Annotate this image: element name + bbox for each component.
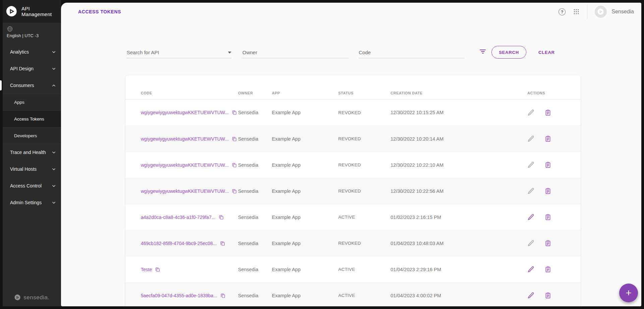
status-cell: REVOKED — [338, 241, 391, 246]
avatar — [595, 6, 607, 18]
window-frame: API Management English | UTC -3 Analytic… — [0, 0, 644, 309]
globe-icon — [7, 26, 13, 32]
token-code-link[interactable]: 5aecfa09-047d-4355-ad0e-1839ba... — [141, 293, 217, 298]
creation-date-cell: 01/04/2023 2:29:16 PM — [391, 267, 527, 272]
app-cell: Example App — [272, 215, 338, 220]
sidebar-item-trace-and-health[interactable]: Trace and Health — [3, 144, 61, 161]
tokens-table-card: CODEOWNERAPPSTATUSCREATION DATEACTIONS w… — [125, 75, 581, 306]
copy-icon[interactable] — [232, 136, 237, 142]
table-body: wgiygewiygyuwektugwKKETUEWVTUW... Sensed… — [125, 99, 581, 306]
chevron-down-icon — [51, 66, 56, 71]
sidebar-item-developers[interactable]: Developers — [3, 127, 61, 144]
creation-date-cell: 12/30/2022 10:22:56 AM — [391, 188, 527, 194]
page-title: ACCESS TOKENS — [78, 9, 121, 14]
clipboard-icon[interactable] — [544, 187, 551, 195]
table-row: wgiygewiygyuwektugwKKETUEWVTUW... Sensed… — [125, 126, 581, 152]
app-cell: Example App — [272, 188, 338, 194]
language-label: English | UTC -3 — [7, 33, 61, 38]
code-placeholder: Code — [359, 50, 371, 55]
help-icon[interactable]: ? — [559, 8, 566, 15]
table-header: CODEOWNERAPPSTATUSCREATION DATEACTIONS — [125, 75, 581, 99]
clipboard-icon[interactable] — [544, 135, 551, 142]
owner-cell: Sensedia — [238, 293, 272, 298]
column-header-status: STATUS — [338, 91, 391, 95]
language-selector[interactable]: English | UTC -3 — [3, 23, 61, 42]
copy-icon[interactable] — [220, 293, 226, 298]
copy-icon[interactable] — [219, 215, 224, 220]
code-input[interactable]: Code — [359, 47, 464, 58]
edit-icon[interactable] — [527, 135, 534, 142]
clipboard-icon[interactable] — [544, 214, 551, 221]
chevron-up-icon — [51, 83, 56, 88]
clipboard-icon[interactable] — [544, 161, 551, 168]
apps-grid-icon[interactable] — [573, 8, 580, 15]
copy-icon[interactable] — [220, 241, 225, 246]
owner-input[interactable]: Owner — [242, 47, 349, 58]
status-cell: REVOKED — [338, 188, 391, 194]
owner-cell: Sensedia — [238, 241, 272, 246]
sensedia-logo-icon — [5, 5, 18, 18]
copy-icon[interactable] — [232, 162, 237, 168]
column-header-creation-date: CREATION DATE — [391, 91, 527, 95]
edit-icon[interactable] — [527, 187, 534, 195]
column-header-actions: ACTIONS — [527, 91, 567, 95]
app-logo[interactable]: API Management — [3, 0, 61, 23]
copy-icon[interactable] — [232, 110, 237, 115]
token-code-link[interactable]: wgiygewiygyuwektugwKKETUEWVTUW... — [141, 188, 229, 194]
sidebar-item-consumers[interactable]: Consumers — [3, 77, 61, 94]
edit-icon[interactable] — [527, 240, 534, 247]
topbar: ACCESS TOKENS ? — [61, 3, 641, 21]
sidebar-item-admin-settings[interactable]: Admin Settings — [3, 194, 61, 211]
chevron-down-icon — [51, 183, 56, 188]
filter-icon[interactable] — [479, 50, 486, 55]
token-code-link[interactable]: wgiygewiygyuwektugwKKETUEWVTUW... — [141, 110, 229, 115]
edit-icon[interactable] — [527, 266, 534, 273]
clipboard-icon[interactable] — [544, 109, 551, 116]
table-row: wgiygewiygyuwektugwKKETUEWVTUW... Sensed… — [125, 99, 581, 126]
owner-placeholder: Owner — [242, 50, 257, 55]
sidebar-item-api-design[interactable]: API Design — [3, 60, 61, 77]
add-token-button[interactable]: + — [619, 284, 638, 302]
token-code-link[interactable]: Teste — [141, 267, 152, 272]
edit-icon[interactable] — [527, 161, 534, 168]
token-code-link[interactable]: wgiygewiygyuwektugwKKETUEWVTUW... — [141, 162, 229, 168]
clipboard-icon[interactable] — [544, 292, 551, 299]
status-cell: REVOKED — [338, 136, 391, 141]
sidebar-item-access-control[interactable]: Access Control — [3, 177, 61, 194]
app-cell: Example App — [272, 110, 338, 115]
chevron-down-icon — [51, 150, 56, 155]
token-code-link[interactable]: a4a2d0ca-c8a8-4c36-a1f0-729fa7... — [141, 215, 216, 220]
sidebar-item-analytics[interactable]: Analytics — [3, 44, 61, 60]
creation-date-cell: 01/04/2023 10:48:03 AM — [391, 241, 527, 246]
clipboard-icon[interactable] — [544, 266, 551, 273]
sidebar-item-apps[interactable]: Apps — [3, 94, 61, 110]
token-code-link[interactable]: wgiygewiygyuwektugwKKETUEWVTUW... — [141, 136, 229, 142]
search-button[interactable]: SEARCH — [491, 46, 526, 59]
edit-icon[interactable] — [527, 292, 534, 299]
api-select[interactable]: Search for API — [127, 47, 231, 58]
edit-icon[interactable] — [527, 109, 534, 116]
chevron-down-icon — [51, 167, 56, 172]
active-section-indicator — [0, 80, 2, 90]
user-menu[interactable]: Sensedia — [595, 6, 634, 18]
copy-icon[interactable] — [232, 188, 237, 194]
clipboard-icon[interactable] — [544, 240, 551, 247]
dropdown-arrow-icon — [228, 52, 231, 54]
table-row: 469cb182-85f8-4704-9bc9-25ec08... Sensed… — [125, 230, 581, 256]
sidebar-nav: Analytics API Design Consumers Apps Acce… — [3, 42, 61, 211]
token-code-link[interactable]: 469cb182-85f8-4704-9bc9-25ec08... — [141, 241, 217, 246]
sidebar-item-access-tokens[interactable]: Access Tokens — [3, 110, 61, 127]
owner-cell: Sensedia — [238, 110, 272, 115]
edit-icon[interactable] — [527, 214, 534, 221]
copy-icon[interactable] — [155, 267, 160, 272]
owner-cell: Sensedia — [238, 188, 272, 194]
app-cell: Example App — [272, 162, 338, 168]
clear-button[interactable]: CLEAR — [534, 46, 559, 59]
sidebar-item-virtual-hosts[interactable]: Virtual Hosts — [3, 161, 61, 177]
creation-date-cell: 01/04/2023 4:00:02 PM — [391, 293, 527, 298]
table-row: wgiygewiygyuwektugwKKETUEWVTUW... Sensed… — [125, 152, 581, 178]
column-header-owner: OWNER — [238, 91, 272, 95]
user-name: Sensedia — [611, 9, 634, 15]
app-cell: Example App — [272, 241, 338, 246]
main-content: ACCESS TOKENS ? — [61, 3, 641, 306]
